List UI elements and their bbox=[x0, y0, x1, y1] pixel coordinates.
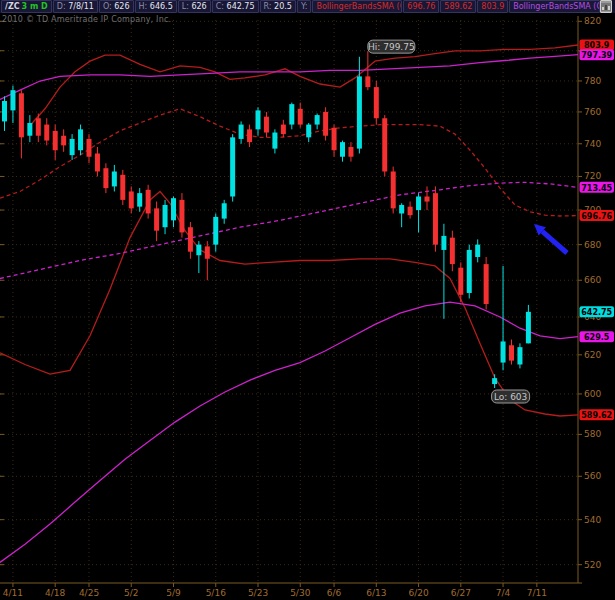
candle-body bbox=[484, 264, 489, 304]
price-tick-label: 600 bbox=[584, 389, 601, 399]
candle bbox=[484, 257, 489, 310]
date-tick-label: 6/6 bbox=[327, 588, 342, 598]
candle-body bbox=[95, 153, 100, 171]
price-badge-value: 696.76 bbox=[581, 212, 612, 221]
candle-body bbox=[10, 90, 15, 110]
price-tick-label: 540 bbox=[584, 515, 601, 525]
candle-body bbox=[53, 131, 58, 150]
study1-value: 803.9 bbox=[477, 0, 508, 13]
study1-value: 589.62 bbox=[440, 0, 476, 13]
candle-body bbox=[475, 245, 480, 257]
date-tick-label: 5/30 bbox=[290, 588, 310, 598]
field-R: R: 20.5 bbox=[260, 0, 296, 13]
candle bbox=[120, 170, 125, 205]
candle-body bbox=[281, 125, 286, 135]
price-tick-label: 520 bbox=[584, 560, 601, 570]
chart-snapshot-icon[interactable] bbox=[600, 0, 612, 13]
candle-body bbox=[70, 139, 75, 155]
field-H: H: 646.5 bbox=[135, 0, 177, 13]
date-tick-label: 4/11 bbox=[3, 588, 23, 598]
low-tooltip-text: Lo: 603 bbox=[494, 392, 527, 402]
mini-chart-glyph bbox=[601, 3, 611, 11]
date-tick-label: 5/16 bbox=[206, 588, 226, 598]
candle-body bbox=[137, 193, 142, 207]
candle-body bbox=[154, 208, 159, 230]
candle-body bbox=[416, 197, 421, 211]
date-tick-label: 6/27 bbox=[451, 588, 471, 598]
candle-body bbox=[213, 217, 218, 245]
candle-body bbox=[27, 123, 32, 136]
candle-body bbox=[408, 207, 413, 216]
date-tick-label: 6/13 bbox=[366, 588, 386, 598]
candle-body bbox=[517, 347, 522, 364]
price-badge-value: 797.39 bbox=[581, 51, 612, 60]
date-tick-label: 5/9 bbox=[166, 588, 181, 598]
field-D: D: 7/8/11 bbox=[53, 0, 98, 13]
study2-label[interactable]: BollingerBandsSMA (CLOSE, 0, 100, -2.0, … bbox=[509, 0, 600, 13]
price-badge-value: 803.9 bbox=[584, 41, 610, 50]
candle-body bbox=[188, 227, 193, 251]
candle-body bbox=[509, 345, 514, 360]
candle-body bbox=[230, 137, 235, 196]
candle-body bbox=[44, 125, 49, 141]
candle-body bbox=[264, 117, 269, 133]
candle-body bbox=[205, 246, 210, 258]
candle-body bbox=[239, 125, 244, 139]
study1-label[interactable]: BollingerBandsSMA (CLOSE, 0, 25, -2.0, 2… bbox=[312, 0, 402, 13]
price-chart[interactable]: 8208007807607407207006806606406206005805… bbox=[0, 0, 615, 600]
price-tick-label: 740 bbox=[584, 139, 601, 149]
price-tick-label: 660 bbox=[584, 275, 601, 285]
candle-body bbox=[272, 133, 277, 149]
candle-body bbox=[458, 268, 463, 295]
date-tick-label: 4/18 bbox=[45, 588, 65, 598]
period-label: 3 m D bbox=[20, 2, 48, 11]
candle-body bbox=[323, 112, 328, 136]
price-badge-value: 713.45 bbox=[581, 184, 612, 193]
candle-body bbox=[391, 171, 396, 208]
candle-body bbox=[425, 197, 430, 202]
candle bbox=[433, 186, 438, 251]
candle-body bbox=[112, 171, 117, 186]
candle-body bbox=[129, 191, 134, 208]
symbol-cell[interactable]: /ZC3 m D bbox=[1, 0, 52, 13]
date-tick-label: 5/23 bbox=[248, 588, 268, 598]
candle-body bbox=[247, 129, 252, 142]
date-tick-label: 4/25 bbox=[79, 588, 99, 598]
candle-body bbox=[365, 76, 370, 87]
candle bbox=[467, 245, 472, 299]
price-tick-label: 580 bbox=[584, 429, 601, 439]
candle-body bbox=[382, 118, 387, 171]
candle-body bbox=[433, 193, 438, 245]
candle-body bbox=[222, 203, 227, 218]
candle-body bbox=[450, 238, 455, 264]
candle-body bbox=[298, 109, 303, 125]
study1-values: 696.76589.62803.9 bbox=[402, 0, 508, 13]
candle-body bbox=[103, 168, 108, 188]
price-tick-label: 620 bbox=[584, 350, 601, 360]
candle bbox=[374, 81, 379, 125]
candle-body bbox=[399, 205, 404, 214]
copyright-notice: 2010 © TD Ameritrade IP Company, Inc. bbox=[2, 15, 171, 24]
candle-body bbox=[256, 110, 261, 129]
price-tick-label: 760 bbox=[584, 107, 601, 117]
candle-body bbox=[61, 136, 66, 146]
chart-status-toolbar: /ZC3 m D D: 7/8/11O: 626H: 646.5L: 626C:… bbox=[0, 0, 615, 13]
price-tick-label: 680 bbox=[584, 240, 601, 250]
chart-background bbox=[0, 0, 615, 600]
field-L: L: 626 bbox=[178, 0, 211, 13]
price-badge-value: 589.62 bbox=[581, 411, 612, 420]
candle-body bbox=[36, 118, 41, 135]
field-Y: Y: bbox=[297, 0, 312, 13]
candle-body bbox=[357, 76, 362, 148]
candle-body bbox=[163, 205, 168, 227]
candle-body bbox=[348, 147, 353, 157]
candle bbox=[230, 134, 235, 201]
candle-body bbox=[179, 200, 184, 233]
ohlc-fields: D: 7/8/11O: 626H: 646.5L: 626C: 642.75R:… bbox=[52, 0, 312, 13]
candle-body bbox=[315, 115, 320, 124]
candle bbox=[391, 167, 396, 214]
price-tick-label: 720 bbox=[584, 171, 601, 181]
candle-body bbox=[306, 125, 311, 138]
price-badge-value: 642.75 bbox=[581, 308, 612, 317]
candle-body bbox=[332, 128, 337, 150]
